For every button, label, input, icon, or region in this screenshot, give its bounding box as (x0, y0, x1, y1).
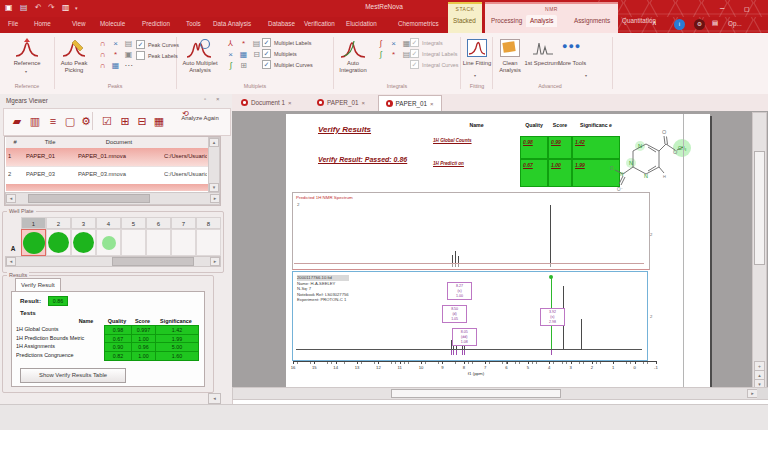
scroll-up-icon[interactable]: ▴ (209, 138, 219, 147)
scroll-right-icon[interactable]: ▸ (210, 257, 220, 266)
delete-peak-icon[interactable]: × (109, 38, 122, 49)
save-icon[interactable]: ▥ (26, 112, 44, 130)
panel-float-icon[interactable]: ▫ (204, 96, 206, 102)
merge-multiplet-icon[interactable]: ▦ (237, 49, 250, 60)
checkbox-icon[interactable]: ✓ (262, 60, 271, 69)
menu-tab-elucidation[interactable]: Elucidation (346, 20, 377, 27)
clean-analysis-icon[interactable] (500, 39, 520, 57)
auto-peak-picking-icon[interactable] (62, 38, 86, 58)
checkbox-integral-curves[interactable]: ✓Integral Curves (410, 59, 459, 70)
scroll-down-icon[interactable]: ▾ (209, 183, 219, 192)
menu-tab-molecule[interactable]: Molecule (100, 20, 125, 27)
table-row[interactable]: 1PAPER_01PAPER_01.mnovaC:/Users/Usuario/… (6, 148, 208, 167)
peak-table-icon[interactable]: ▤ (122, 38, 135, 49)
options-overflow[interactable]: Op... (728, 20, 742, 27)
well-cell[interactable] (121, 229, 146, 256)
menu-tab-assignments[interactable]: Assignments (574, 17, 610, 24)
panel-scroll-left-icon[interactable]: ◂ (208, 393, 221, 404)
menu-tab-data-analysis[interactable]: Data Analysis (213, 20, 251, 27)
multiplet-grid-icon[interactable]: ⊞ (237, 60, 250, 71)
report-table-icon[interactable]: ▦ (150, 112, 168, 130)
remove-multiplet-icon[interactable]: * (237, 38, 250, 49)
first-spectrum-icon[interactable] (532, 39, 554, 56)
peak-edit-icon[interactable]: ∩ (96, 49, 109, 60)
column-header[interactable]: 8 (196, 217, 221, 229)
column-header[interactable]: 7 (171, 217, 196, 229)
line-fitting-dropdown-icon[interactable]: ▾ (474, 73, 476, 78)
scroll-down-icon[interactable]: ▾ (754, 379, 765, 387)
more-tools-icon[interactable]: ●●● (562, 41, 581, 51)
menu-tab-stacked[interactable]: Stacked (453, 17, 476, 24)
close-tab-icon[interactable]: × (288, 100, 292, 106)
split-multiplet-icon[interactable]: × (224, 49, 237, 60)
well-cell[interactable] (196, 229, 221, 256)
reference-icon[interactable] (15, 38, 39, 58)
auto-multiplet-analysis-icon[interactable] (186, 37, 212, 59)
settings-icon[interactable]: ⚙ (694, 19, 705, 30)
checkbox-icon[interactable]: ✓ (136, 40, 145, 49)
collapse-ribbon-icon[interactable]: ∧ (652, 19, 657, 27)
well-cell[interactable] (146, 229, 171, 256)
checkbox-multiplet-curves[interactable]: ✓Multiplet Curves (262, 59, 313, 70)
checkbox-icon[interactable]: ✓ (410, 38, 419, 47)
well-indicator[interactable] (48, 232, 69, 253)
copy-peaks-icon[interactable]: ▣ (122, 49, 135, 60)
document-tab-paper_01[interactable]: PAPER_01× (310, 95, 372, 110)
checklist-icon[interactable]: ☑ (98, 112, 116, 130)
compare-tables-icon[interactable]: ⊞ (116, 112, 134, 130)
menu-tab-analysis[interactable]: Analysis (526, 15, 557, 27)
menu-tab-chemometrics[interactable]: Chemometrics (398, 20, 439, 27)
info-icon[interactable]: i (674, 19, 685, 30)
auto-integration-button[interactable]: Auto Integration (334, 60, 372, 73)
close-tab-icon[interactable]: × (361, 100, 365, 106)
column-header[interactable]: 5 (121, 217, 146, 229)
well-indicator[interactable] (23, 232, 45, 254)
normalize-integral-icon[interactable]: ∫ (374, 49, 387, 60)
checkbox-icon[interactable]: ✓ (410, 49, 419, 58)
column-header[interactable]: 6 (146, 217, 171, 229)
checkbox-icon[interactable]: ✓ (262, 38, 271, 47)
column-header[interactable]: 3 (71, 217, 96, 229)
line-fitting-icon[interactable] (467, 39, 487, 57)
checkbox-peak-labels[interactable]: Peak Labels (136, 50, 178, 61)
table-row-partial[interactable] (6, 184, 208, 191)
panel-close-icon[interactable]: × (216, 96, 220, 102)
table-icon[interactable]: ⊟ (133, 112, 151, 130)
scroll-right-icon[interactable]: ▸ (210, 194, 220, 203)
column-header[interactable]: 1 (21, 217, 46, 229)
scroll-thumb[interactable] (28, 194, 150, 203)
well-indicator[interactable] (73, 232, 94, 253)
document-tab-paper_01[interactable]: PAPER_01× (378, 95, 442, 111)
peak-pick-icon[interactable]: ∩ (96, 38, 109, 49)
peak-by-peak-icon[interactable]: ∩ (96, 60, 109, 71)
vscroll-thumb[interactable] (754, 151, 765, 265)
remove-integrals-icon[interactable]: * (387, 49, 400, 60)
document-tab-document-1[interactable]: Document 1× (234, 95, 298, 110)
menu-tab-processing[interactable]: Processing (491, 17, 522, 24)
peaks-grid-icon[interactable]: ▦ (109, 60, 122, 71)
analyze-again-button[interactable]: Analyze Again (174, 115, 226, 122)
checkbox-integral-labels[interactable]: ✓Integral Labels (410, 48, 457, 59)
delete-integral-icon[interactable]: × (387, 38, 400, 49)
scroll-left-icon[interactable]: ◂ (6, 194, 16, 203)
checkbox-icon[interactable]: ✓ (410, 60, 419, 69)
checkbox-icon[interactable]: ✓ (262, 49, 271, 58)
database-icon[interactable]: ≡ (44, 112, 62, 130)
workspace-hscrollbar[interactable]: ▸ (232, 387, 768, 400)
table-hscrollbar[interactable]: ◂▸ (5, 192, 220, 205)
scroll-thumb[interactable] (112, 257, 194, 266)
more-peaks-icon[interactable]: ⋯ (122, 60, 135, 71)
menu-tab-prediction[interactable]: Prediction (142, 20, 170, 27)
clean-analysis-button[interactable]: Clean Analysis (492, 60, 528, 73)
menu-tab-verification[interactable]: Verification (304, 20, 335, 27)
menu-tab-tools[interactable]: Tools (186, 20, 201, 27)
menu-tab-database[interactable]: Database (268, 20, 295, 27)
reference-button[interactable]: Reference (6, 60, 48, 67)
reference-dropdown-icon[interactable]: ▾ (25, 69, 27, 74)
manual-icon[interactable]: ▤ (712, 19, 718, 27)
checkbox-icon[interactable] (136, 51, 145, 60)
line-fitting-button[interactable]: Line Fitting (461, 60, 493, 67)
scroll-left-icon[interactable]: ◂ (6, 257, 16, 266)
table-row[interactable]: 2PAPER_03PAPER_03.mnovaC:/Users/Usuario/… (6, 166, 208, 185)
minimize-button[interactable]: – (720, 2, 724, 14)
